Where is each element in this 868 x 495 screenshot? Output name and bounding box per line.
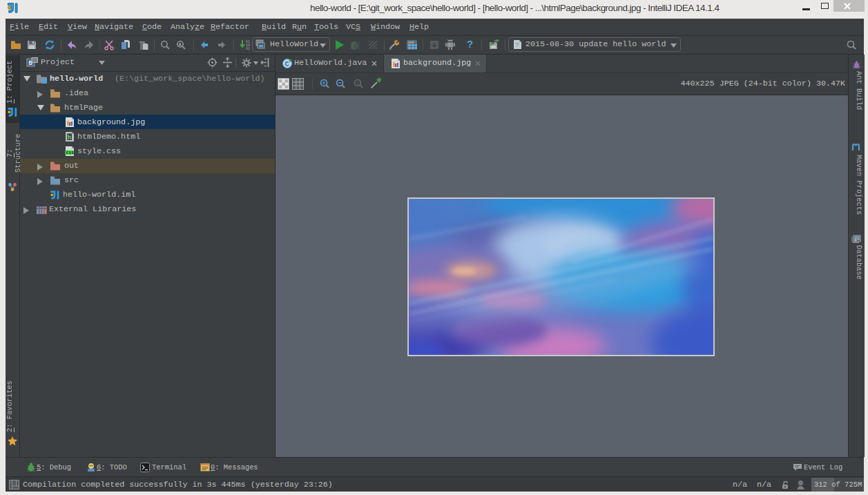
svg-text:01: 01 <box>246 47 250 50</box>
svg-text:?: ? <box>515 42 519 49</box>
svg-text:h: h <box>68 135 71 142</box>
svg-text:css: css <box>66 151 74 155</box>
svg-text:1: 1 <box>356 81 359 86</box>
svg-text:C: C <box>285 61 289 68</box>
